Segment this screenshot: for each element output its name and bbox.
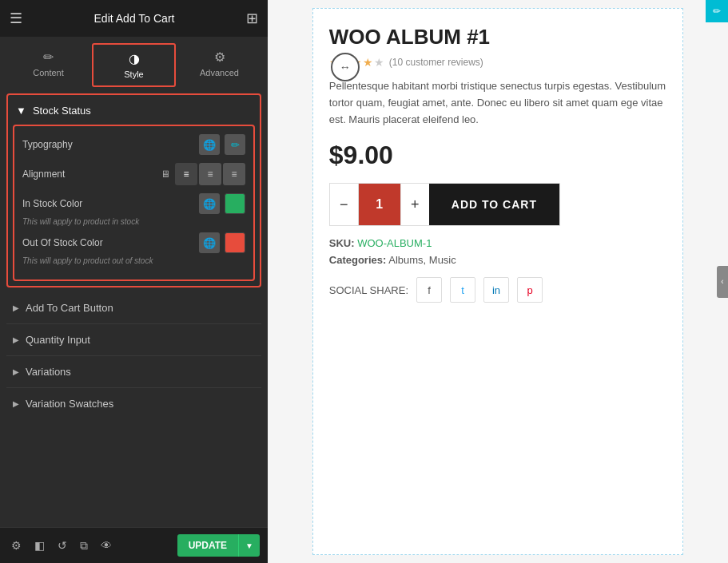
align-right-btn[interactable]: ≡ xyxy=(223,163,245,185)
content-tab-icon: ✏ xyxy=(43,50,54,65)
header-bar: ☰ Edit Add To Cart ⊞ xyxy=(0,0,268,37)
in-stock-color-swatch[interactable] xyxy=(225,193,245,214)
quantity-input-section[interactable]: ▶ Quantity Input xyxy=(6,323,261,355)
product-price: $9.00 xyxy=(329,141,666,170)
alignment-label: Alignment xyxy=(22,169,65,180)
typography-label: Typography xyxy=(22,139,73,150)
product-title: WOO ALBUM #1 xyxy=(329,25,666,50)
star-4: ★ xyxy=(363,56,373,69)
social-linkedin-btn[interactable]: in xyxy=(483,277,509,303)
social-label: SOCIAL SHARE: xyxy=(329,284,408,296)
settings-icon[interactable]: ⚙ xyxy=(8,536,25,555)
update-group: UPDATE ▼ xyxy=(177,534,260,557)
out-stock-color-row: Out Of Stock Color 🌐 xyxy=(22,232,245,253)
qty-plus-btn[interactable]: + xyxy=(400,184,429,225)
typography-actions: 🌐 ✏ xyxy=(199,134,245,155)
stock-status-section: ▼ Stock Status Typography 🌐 ✏ Alignment xyxy=(6,93,261,287)
out-stock-color-label: Out Of Stock Color xyxy=(22,237,103,248)
advanced-tab-icon: ⚙ xyxy=(214,50,225,65)
bottom-toolbar: ⚙ ◧ ↺ ⧉ 👁 UPDATE ▼ xyxy=(0,527,268,563)
in-stock-globe-btn[interactable]: 🌐 xyxy=(199,193,220,214)
tab-advanced[interactable]: ⚙ Advanced xyxy=(179,43,260,87)
content-tab-label: Content xyxy=(33,68,64,77)
in-stock-color-label: In Stock Color xyxy=(22,198,82,209)
stock-status-arrow: ▼ xyxy=(16,105,26,117)
categories-row: Categories: Albums, Music xyxy=(329,254,666,266)
alignment-actions: 🖥 ≡ ≡ ≡ xyxy=(161,163,245,185)
style-tab-label: Style xyxy=(124,69,143,79)
typography-row: Typography 🌐 ✏ xyxy=(22,134,245,155)
tab-content[interactable]: ✏ Content xyxy=(8,43,89,87)
left-panel: ☰ Edit Add To Cart ⊞ ✏ Content ◑ Style ⚙… xyxy=(0,0,268,563)
product-description: Pellentesque habitant morbi tristique se… xyxy=(329,78,666,128)
cart-row: − 1 + ADD TO CART xyxy=(329,183,560,226)
social-row: SOCIAL SHARE: f t in p xyxy=(329,277,666,303)
social-pinterest-btn[interactable]: p xyxy=(517,277,543,303)
out-stock-globe-btn[interactable]: 🌐 xyxy=(199,232,220,253)
in-stock-note: This will apply to product in stock xyxy=(22,217,245,226)
right-drag-handle[interactable]: ‹ xyxy=(717,266,728,298)
alignment-row: Alignment 🖥 ≡ ≡ ≡ xyxy=(22,163,245,185)
variation-swatches-label: Variation Swatches xyxy=(26,398,113,410)
alignment-buttons: ≡ ≡ ≡ xyxy=(175,163,245,185)
qty-input[interactable]: 1 xyxy=(359,184,400,225)
duplicate-icon[interactable]: ⧉ xyxy=(77,536,91,556)
variations-arrow: ▶ xyxy=(13,367,19,376)
add-to-cart-arrow: ▶ xyxy=(13,303,19,312)
update-button[interactable]: UPDATE xyxy=(177,534,238,557)
add-to-cart-button-label: Add To Cart Button xyxy=(26,302,113,314)
out-stock-color-actions: 🌐 xyxy=(199,232,245,253)
update-dropdown-btn[interactable]: ▼ xyxy=(238,534,260,557)
align-left-btn[interactable]: ≡ xyxy=(175,163,197,185)
variation-swatches-section[interactable]: ▶ Variation Swatches xyxy=(6,387,261,419)
social-facebook-btn[interactable]: f xyxy=(416,277,442,303)
out-stock-note: This will apply to product out of stock xyxy=(22,256,245,265)
categories-value-text: Albums, Music xyxy=(388,254,456,266)
typography-edit-btn[interactable]: ✏ xyxy=(225,134,245,155)
variations-label: Variations xyxy=(26,366,71,378)
out-stock-color-swatch[interactable] xyxy=(225,232,245,253)
sku-row: SKU: WOO-ALBUM-1 xyxy=(329,237,666,249)
stock-status-header[interactable]: ▼ Stock Status xyxy=(13,100,255,125)
panel-title: Edit Add To Cart xyxy=(94,12,175,25)
sku-value-text: WOO-ALBUM-1 xyxy=(357,237,432,249)
variations-section[interactable]: ▶ Variations xyxy=(6,355,261,387)
variation-swatches-arrow: ▶ xyxy=(13,399,19,408)
add-to-cart-button[interactable]: ADD TO CART xyxy=(429,184,559,225)
history-icon[interactable]: ↺ xyxy=(54,536,70,555)
tabs-row: ✏ Content ◑ Style ⚙ Advanced xyxy=(0,37,268,87)
product-container: ↔ WOO ALBUM #1 ★ ★ ★ ★ ★ (10 customer re… xyxy=(312,8,683,555)
quantity-input-label: Quantity Input xyxy=(26,334,90,346)
social-twitter-btn[interactable]: t xyxy=(450,277,475,303)
categories-label: Categories: xyxy=(329,254,387,266)
stars-row: ★ ★ ★ ★ ★ (10 customer reviews) xyxy=(329,56,666,69)
alignment-monitor-icon: 🖥 xyxy=(161,169,170,180)
hamburger-icon[interactable]: ☰ xyxy=(10,10,22,27)
canvas-edit-btn[interactable]: ✏ xyxy=(706,0,728,22)
align-center-btn[interactable]: ≡ xyxy=(199,163,221,185)
stock-status-controls: Typography 🌐 ✏ Alignment 🖥 ≡ ≡ ≡ xyxy=(13,125,255,281)
advanced-tab-label: Advanced xyxy=(200,68,239,77)
collapsed-sections: ▶ Add To Cart Button ▶ Quantity Input ▶ … xyxy=(6,292,261,419)
panel-body: ▼ Stock Status Typography 🌐 ✏ Alignment xyxy=(0,87,268,527)
sku-label: SKU: xyxy=(329,237,355,249)
resize-handle[interactable]: ↔ xyxy=(331,53,360,81)
add-to-cart-button-section[interactable]: ▶ Add To Cart Button xyxy=(6,292,261,323)
right-panel: ✏ ↔ WOO ALBUM #1 ★ ★ ★ ★ ★ (10 customer … xyxy=(268,0,728,563)
eye-icon[interactable]: 👁 xyxy=(97,536,115,555)
review-count: (10 customer reviews) xyxy=(389,57,483,68)
canvas-area: ✏ ↔ WOO ALBUM #1 ★ ★ ★ ★ ★ (10 customer … xyxy=(268,0,728,563)
grid-icon[interactable]: ⊞ xyxy=(246,10,258,27)
quantity-input-arrow: ▶ xyxy=(13,335,19,344)
stock-status-label: Stock Status xyxy=(33,105,91,117)
in-stock-color-row: In Stock Color 🌐 xyxy=(22,193,245,214)
layers-icon[interactable]: ◧ xyxy=(31,536,48,555)
style-tab-icon: ◑ xyxy=(129,51,140,66)
qty-minus-btn[interactable]: − xyxy=(330,184,359,225)
in-stock-color-actions: 🌐 xyxy=(199,193,245,214)
typography-globe-btn[interactable]: 🌐 xyxy=(199,134,220,155)
star-5: ★ xyxy=(374,56,384,69)
tab-style[interactable]: ◑ Style xyxy=(92,43,176,87)
